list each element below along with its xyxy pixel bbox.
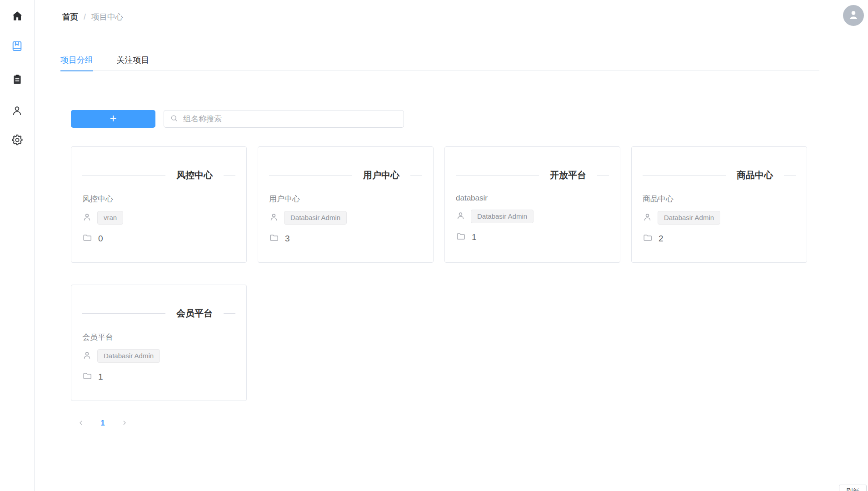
group-title: 商品中心 xyxy=(737,169,773,181)
sidebar-item-home[interactable] xyxy=(0,10,34,24)
group-card[interactable]: 开放平台 databasir Databasir Admin 1 xyxy=(444,146,620,263)
project-count: 0 xyxy=(98,234,103,244)
breadcrumb-separator: / xyxy=(84,12,86,22)
owner-row: Databasir Admin xyxy=(269,211,422,225)
owner-row: vran xyxy=(82,211,235,225)
owner-tag: Databasir Admin xyxy=(658,211,720,225)
add-group-button[interactable]: + xyxy=(71,110,155,128)
avatar-user-icon xyxy=(847,8,860,23)
group-card[interactable]: 风控中心 风控中心 vran 0 xyxy=(71,146,247,263)
group-search-input[interactable] xyxy=(182,114,398,124)
group-title: 用户中心 xyxy=(363,169,399,181)
group-description: databasir xyxy=(456,194,609,203)
group-description: 商品中心 xyxy=(643,194,796,204)
tab-project-groups[interactable]: 项目分组 xyxy=(60,55,93,71)
pagination-page-1[interactable]: 1 xyxy=(95,419,110,428)
owner-row: Databasir Admin xyxy=(643,211,796,225)
plus-icon: + xyxy=(110,112,116,124)
projects-book-icon xyxy=(11,40,23,54)
sidebar-item-projects[interactable] xyxy=(0,40,34,54)
folder-icon xyxy=(82,371,92,383)
user-avatar[interactable] xyxy=(843,5,864,26)
group-description: 风控中心 xyxy=(82,194,235,204)
group-card-grid: 风控中心 风控中心 vran 0 用户中心 xyxy=(71,146,825,401)
group-title: 会员平台 xyxy=(176,307,213,320)
group-card[interactable]: 会员平台 会员平台 Databasir Admin 1 xyxy=(71,285,247,401)
breadcrumb: 首页 / 项目中心 xyxy=(62,11,123,22)
folder-icon xyxy=(82,233,92,245)
group-description: 用户中心 xyxy=(269,194,422,204)
clipboard-icon xyxy=(11,74,23,87)
card-header: 会员平台 xyxy=(82,307,235,320)
group-card[interactable]: 用户中心 用户中心 Databasir Admin 3 xyxy=(258,146,434,263)
project-count: 3 xyxy=(285,234,290,244)
tabs-baseline xyxy=(60,70,819,70)
sidebar-item-tasks[interactable] xyxy=(0,74,34,87)
group-title: 开放平台 xyxy=(550,169,586,181)
folder-icon xyxy=(269,233,279,245)
group-title: 风控中心 xyxy=(176,169,213,181)
user-icon xyxy=(11,105,23,119)
project-count-row: 1 xyxy=(456,231,609,243)
sidebar-item-users[interactable] xyxy=(0,105,34,119)
group-card[interactable]: 商品中心 商品中心 Databasir Admin 2 xyxy=(631,146,807,263)
card-header: 风控中心 xyxy=(82,169,235,181)
user-icon xyxy=(643,212,658,224)
breadcrumb-home-link[interactable]: 首页 xyxy=(62,11,78,22)
project-count: 1 xyxy=(98,372,103,382)
project-center-page: 首页 / 项目中心 项目分组 关注项目 + xyxy=(0,0,868,491)
user-icon xyxy=(269,212,284,224)
corner-widget[interactable]: 刷新 xyxy=(839,485,867,491)
pagination: 1 xyxy=(74,416,132,431)
owner-tag: Databasir Admin xyxy=(97,349,160,363)
owner-tag: Databasir Admin xyxy=(284,211,347,225)
pagination-prev-button[interactable] xyxy=(74,416,88,431)
corner-widget-label: 刷新 xyxy=(846,487,860,491)
chevron-left-icon xyxy=(78,420,84,427)
search-icon xyxy=(170,114,178,124)
project-count-row: 2 xyxy=(643,233,796,245)
settings-gear-icon xyxy=(11,134,24,148)
card-header: 商品中心 xyxy=(643,169,796,181)
sidebar xyxy=(0,0,35,491)
folder-icon xyxy=(456,231,466,243)
card-header: 用户中心 xyxy=(269,169,422,181)
owner-tag: Databasir Admin xyxy=(471,210,534,223)
group-search-box[interactable] xyxy=(164,110,404,128)
sidebar-item-settings[interactable] xyxy=(0,134,34,148)
user-icon xyxy=(456,211,471,222)
chevron-right-icon xyxy=(121,420,128,427)
owner-row: Databasir Admin xyxy=(456,210,609,223)
home-icon xyxy=(11,10,23,24)
breadcrumb-current: 项目中心 xyxy=(91,11,123,22)
project-count-row: 3 xyxy=(269,233,422,245)
owner-row: Databasir Admin xyxy=(82,349,235,363)
user-icon xyxy=(82,351,97,362)
project-count-row: 0 xyxy=(82,233,235,245)
project-count: 2 xyxy=(658,234,663,244)
user-icon xyxy=(82,212,97,224)
tab-followed-projects[interactable]: 关注项目 xyxy=(116,55,149,70)
header-divider xyxy=(45,32,868,32)
pagination-next-button[interactable] xyxy=(117,416,132,431)
tabs: 项目分组 关注项目 xyxy=(60,55,149,71)
project-count: 1 xyxy=(472,232,477,242)
project-count-row: 1 xyxy=(82,371,235,383)
card-header: 开放平台 xyxy=(456,169,609,181)
group-description: 会员平台 xyxy=(82,332,235,342)
owner-tag: vran xyxy=(97,211,123,225)
folder-icon xyxy=(643,233,653,245)
